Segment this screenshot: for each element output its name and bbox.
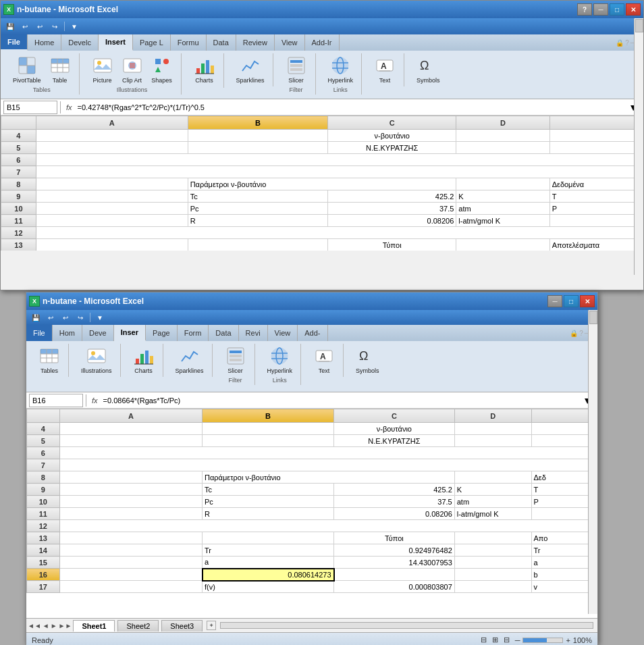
cell-D8-1[interactable]: [456, 178, 549, 190]
tab-inser-2[interactable]: Inser: [114, 325, 146, 341]
cell-E17-2[interactable]: v: [531, 581, 597, 593]
tab-home-1[interactable]: Home: [28, 34, 61, 51]
cell-B4-1[interactable]: [188, 130, 327, 142]
cell-B8-1[interactable]: Παράμετροι ν-βουτάνιο: [188, 178, 456, 190]
cell-D5-1[interactable]: [456, 142, 549, 154]
name-box-1[interactable]: [3, 101, 57, 114]
table-btn-1[interactable]: Table: [47, 53, 74, 85]
cell-B5-2[interactable]: [203, 435, 334, 447]
view-normal-btn-2[interactable]: ⊟: [481, 636, 487, 644]
col-header-E-2[interactable]: [531, 409, 597, 423]
cell-D11-1[interactable]: l-atm/gmol K: [456, 215, 549, 227]
cell-E8-1[interactable]: Δεδομένα: [549, 178, 643, 190]
cell-B9-1[interactable]: Tc: [188, 190, 327, 203]
tab-data-1[interactable]: Data: [207, 34, 236, 51]
undo2-qa-2[interactable]: ↩: [59, 311, 72, 324]
hyperlink-btn-1[interactable]: Hyperlink: [325, 53, 356, 85]
tab-page-2[interactable]: Page: [146, 325, 178, 341]
cell-D13-1[interactable]: [456, 239, 549, 251]
sheet-tab-2-2[interactable]: Sheet2: [117, 620, 159, 631]
help-btn-1[interactable]: ?: [577, 3, 592, 16]
cell-B13-1[interactable]: [188, 239, 327, 251]
cell-A10-1[interactable]: [36, 203, 188, 215]
cell-A16-2[interactable]: [59, 569, 202, 581]
cell-A15-2[interactable]: [59, 557, 202, 569]
sparklines-btn-1[interactable]: Sparklines: [234, 53, 267, 85]
cell-C11-2[interactable]: 0.08206: [334, 508, 455, 520]
text-btn-2[interactable]: A Text: [311, 344, 338, 376]
cell-C14-2[interactable]: 0.924976482: [334, 544, 455, 557]
cell-A17-2[interactable]: [59, 581, 202, 593]
charts-btn-1[interactable]: Charts: [191, 53, 218, 85]
cell-C5-2[interactable]: Ν.Ε.ΚΥΡΑΤΖΗΣ: [334, 435, 455, 447]
tab-revi-2[interactable]: Revi: [239, 325, 268, 341]
redo-qa-1[interactable]: ↪: [48, 20, 61, 32]
cell-A8-1[interactable]: [36, 178, 188, 190]
scrollbar-v-1[interactable]: [634, 18, 643, 275]
cell-D9-2[interactable]: K: [454, 484, 531, 496]
tab-view-2[interactable]: View: [268, 325, 298, 341]
picture-btn-1[interactable]: Picture: [89, 53, 116, 85]
save-qa-2[interactable]: 💾: [29, 311, 43, 324]
sheet-tab-3-2[interactable]: Sheet3: [161, 620, 203, 631]
undo-qa-1[interactable]: ↩: [18, 20, 32, 32]
cell-E10-2[interactable]: P: [531, 496, 597, 508]
tab-develc-1[interactable]: Develc: [61, 34, 99, 51]
view-layout-btn-2[interactable]: ⊞: [492, 636, 498, 644]
tab-home-2[interactable]: Hom: [53, 325, 82, 341]
cell-A9-1[interactable]: [36, 190, 188, 203]
col-header-C-2[interactable]: C: [334, 409, 455, 423]
cell-A5-1[interactable]: [36, 142, 188, 154]
view-page-btn-2[interactable]: ⊟: [504, 636, 510, 644]
cell-C9-2[interactable]: 425.2: [334, 484, 455, 496]
col-header-A-1[interactable]: A: [36, 116, 188, 130]
tab-pagel-1[interactable]: Page L: [133, 34, 171, 51]
maximize-btn-1[interactable]: □: [610, 3, 624, 16]
add-sheet-btn-2[interactable]: +: [207, 621, 216, 630]
tab-formu-1[interactable]: Formu: [171, 34, 207, 51]
cell-E9-2[interactable]: T: [531, 484, 597, 496]
undo-qa-2[interactable]: ↩: [44, 311, 57, 324]
cell-A9-2[interactable]: [59, 484, 202, 496]
cell-E4-1[interactable]: [549, 130, 643, 142]
cell-A13-1[interactable]: [36, 239, 188, 251]
cell-D15-2[interactable]: [454, 557, 531, 569]
tab-review-1[interactable]: Review: [236, 34, 275, 51]
close-btn-1[interactable]: ✕: [626, 3, 641, 16]
cell-D8-2[interactable]: [454, 471, 531, 484]
cell-C10-2[interactable]: 37.5: [334, 496, 455, 508]
cell-C5-1[interactable]: Ν.Ε.ΚΥΡΑΤΖΗΣ: [328, 142, 456, 154]
cell-D11-2[interactable]: l-atm/gmol K: [454, 508, 531, 520]
sparklines-btn-2[interactable]: Sparklines: [173, 344, 207, 376]
cell-E5-2[interactable]: [531, 435, 597, 447]
cell-E9-1[interactable]: T: [549, 190, 643, 203]
cell-B16-2[interactable]: 0.080614273: [203, 569, 334, 581]
cell-E4-2[interactable]: [531, 423, 597, 435]
cell-B10-1[interactable]: Pc: [188, 203, 327, 215]
cell-A6-2[interactable]: [59, 447, 597, 459]
cell-D10-2[interactable]: atm: [454, 496, 531, 508]
col-header-D-2[interactable]: D: [454, 409, 531, 423]
cell-A7-1[interactable]: [36, 166, 643, 178]
cell-E14-2[interactable]: Tr: [531, 544, 597, 557]
cell-B9-2[interactable]: Tc: [203, 484, 334, 496]
cell-B15-2[interactable]: a: [203, 557, 334, 569]
cell-D10-1[interactable]: atm: [456, 203, 549, 215]
cell-B17-2[interactable]: f(v): [203, 581, 334, 593]
tab-view-1[interactable]: View: [275, 34, 305, 51]
tab-form-2[interactable]: Form: [178, 325, 209, 341]
scrollbar-h-2[interactable]: [220, 622, 593, 629]
cell-B5-1[interactable]: [188, 142, 327, 154]
excel-window-1[interactable]: X n-butane - Microsoft Excel ? ─ □ ✕ 💾 ↩…: [0, 0, 644, 290]
cell-D14-2[interactable]: [454, 544, 531, 557]
cell-A7-2[interactable]: [59, 459, 597, 471]
tab-deve-2[interactable]: Deve: [82, 325, 114, 341]
tab-file-2[interactable]: File: [26, 325, 53, 341]
cell-D17-2[interactable]: [454, 581, 531, 593]
customize-qa-2[interactable]: ▼: [93, 311, 107, 324]
cell-B10-2[interactable]: Pc: [203, 496, 334, 508]
cell-C4-2[interactable]: ν-βουτάνιο: [334, 423, 455, 435]
clipart-btn-1[interactable]: Clip Art: [119, 53, 146, 85]
cell-C13-2[interactable]: Τύποι: [334, 532, 455, 544]
cell-B13-2[interactable]: [203, 532, 334, 544]
